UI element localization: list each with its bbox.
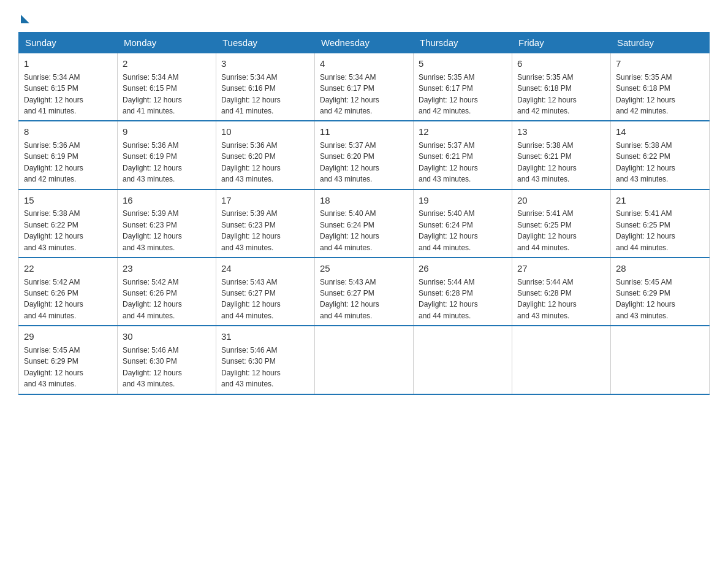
day-number: 11 (320, 125, 408, 139)
calendar-cell: 16Sunrise: 5:39 AMSunset: 6:23 PMDayligh… (118, 190, 216, 258)
calendar-cell: 23Sunrise: 5:42 AMSunset: 6:26 PMDayligh… (118, 258, 216, 326)
weekday-header-sunday: Sunday (19, 33, 118, 53)
day-info: Sunrise: 5:35 AMSunset: 6:18 PMDaylight:… (517, 73, 577, 115)
calendar-cell: 6Sunrise: 5:35 AMSunset: 6:18 PMDaylight… (512, 53, 611, 121)
day-number: 17 (221, 194, 309, 207)
day-info: Sunrise: 5:40 AMSunset: 6:24 PMDaylight:… (320, 209, 379, 251)
page-header (18, 12, 710, 20)
calendar-cell: 5Sunrise: 5:35 AMSunset: 6:17 PMDaylight… (414, 53, 512, 121)
day-info: Sunrise: 5:43 AMSunset: 6:27 PMDaylight:… (221, 278, 281, 320)
day-info: Sunrise: 5:38 AMSunset: 6:21 PMDaylight:… (517, 141, 577, 183)
day-info: Sunrise: 5:34 AMSunset: 6:15 PMDaylight:… (24, 73, 83, 115)
day-info: Sunrise: 5:39 AMSunset: 6:23 PMDaylight:… (221, 209, 281, 251)
calendar-cell: 14Sunrise: 5:38 AMSunset: 6:22 PMDayligh… (611, 121, 710, 189)
weekday-header-tuesday: Tuesday (216, 33, 315, 53)
calendar-cell (611, 326, 710, 394)
day-info: Sunrise: 5:34 AMSunset: 6:16 PMDaylight:… (221, 73, 281, 115)
day-info: Sunrise: 5:46 AMSunset: 6:30 PMDaylight:… (221, 346, 281, 388)
calendar-cell: 8Sunrise: 5:36 AMSunset: 6:19 PMDaylight… (19, 121, 118, 189)
day-number: 5 (419, 57, 507, 71)
calendar-week-row: 8Sunrise: 5:36 AMSunset: 6:19 PMDaylight… (19, 121, 710, 189)
calendar-week-row: 15Sunrise: 5:38 AMSunset: 6:22 PMDayligh… (19, 190, 710, 258)
day-number: 26 (419, 262, 507, 275)
day-number: 30 (123, 330, 211, 343)
calendar-cell: 19Sunrise: 5:40 AMSunset: 6:24 PMDayligh… (414, 190, 512, 258)
calendar-cell: 4Sunrise: 5:34 AMSunset: 6:17 PMDaylight… (315, 53, 414, 121)
day-number: 24 (221, 262, 309, 275)
calendar-cell: 3Sunrise: 5:34 AMSunset: 6:16 PMDaylight… (216, 53, 315, 121)
day-info: Sunrise: 5:44 AMSunset: 6:28 PMDaylight:… (517, 278, 577, 320)
day-info: Sunrise: 5:37 AMSunset: 6:21 PMDaylight:… (419, 141, 478, 183)
day-info: Sunrise: 5:35 AMSunset: 6:17 PMDaylight:… (419, 73, 478, 115)
day-number: 18 (320, 194, 408, 207)
weekday-header-saturday: Saturday (611, 33, 710, 53)
day-info: Sunrise: 5:34 AMSunset: 6:15 PMDaylight:… (123, 73, 182, 115)
calendar-week-row: 1Sunrise: 5:34 AMSunset: 6:15 PMDaylight… (19, 53, 710, 121)
calendar-week-row: 29Sunrise: 5:45 AMSunset: 6:29 PMDayligh… (19, 326, 710, 394)
day-number: 23 (123, 262, 211, 275)
calendar-cell: 28Sunrise: 5:45 AMSunset: 6:29 PMDayligh… (611, 258, 710, 326)
calendar-table: SundayMondayTuesdayWednesdayThursdayFrid… (18, 32, 710, 395)
day-number: 1 (24, 57, 112, 71)
day-number: 27 (517, 262, 605, 275)
calendar-cell (315, 326, 414, 394)
day-number: 19 (419, 194, 507, 207)
day-number: 3 (221, 57, 309, 71)
calendar-cell: 29Sunrise: 5:45 AMSunset: 6:29 PMDayligh… (19, 326, 118, 394)
calendar-cell: 24Sunrise: 5:43 AMSunset: 6:27 PMDayligh… (216, 258, 315, 326)
day-info: Sunrise: 5:46 AMSunset: 6:30 PMDaylight:… (123, 346, 182, 388)
calendar-cell: 21Sunrise: 5:41 AMSunset: 6:25 PMDayligh… (611, 190, 710, 258)
calendar-cell: 13Sunrise: 5:38 AMSunset: 6:21 PMDayligh… (512, 121, 611, 189)
calendar-cell (512, 326, 611, 394)
day-number: 14 (616, 125, 704, 139)
day-number: 13 (517, 125, 605, 139)
day-number: 6 (517, 57, 605, 71)
day-info: Sunrise: 5:34 AMSunset: 6:17 PMDaylight:… (320, 73, 379, 115)
calendar-cell (414, 326, 512, 394)
day-info: Sunrise: 5:36 AMSunset: 6:19 PMDaylight:… (123, 141, 182, 183)
day-number: 4 (320, 57, 408, 71)
day-info: Sunrise: 5:45 AMSunset: 6:29 PMDaylight:… (24, 346, 83, 388)
day-info: Sunrise: 5:38 AMSunset: 6:22 PMDaylight:… (24, 209, 83, 251)
day-info: Sunrise: 5:41 AMSunset: 6:25 PMDaylight:… (616, 209, 675, 251)
day-number: 29 (24, 330, 112, 343)
day-info: Sunrise: 5:44 AMSunset: 6:28 PMDaylight:… (419, 278, 478, 320)
calendar-cell: 9Sunrise: 5:36 AMSunset: 6:19 PMDaylight… (118, 121, 216, 189)
day-info: Sunrise: 5:41 AMSunset: 6:25 PMDaylight:… (517, 209, 577, 251)
weekday-header-monday: Monday (118, 33, 216, 53)
day-info: Sunrise: 5:43 AMSunset: 6:27 PMDaylight:… (320, 278, 379, 320)
day-info: Sunrise: 5:36 AMSunset: 6:19 PMDaylight:… (24, 141, 83, 183)
calendar-cell: 31Sunrise: 5:46 AMSunset: 6:30 PMDayligh… (216, 326, 315, 394)
calendar-cell: 15Sunrise: 5:38 AMSunset: 6:22 PMDayligh… (19, 190, 118, 258)
calendar-week-row: 22Sunrise: 5:42 AMSunset: 6:26 PMDayligh… (19, 258, 710, 326)
day-number: 31 (221, 330, 309, 343)
day-info: Sunrise: 5:35 AMSunset: 6:18 PMDaylight:… (616, 73, 675, 115)
calendar-cell: 20Sunrise: 5:41 AMSunset: 6:25 PMDayligh… (512, 190, 611, 258)
day-number: 28 (616, 262, 704, 275)
weekday-header-wednesday: Wednesday (315, 33, 414, 53)
day-number: 2 (123, 57, 211, 71)
calendar-cell: 18Sunrise: 5:40 AMSunset: 6:24 PMDayligh… (315, 190, 414, 258)
day-number: 21 (616, 194, 704, 207)
calendar-cell: 1Sunrise: 5:34 AMSunset: 6:15 PMDaylight… (19, 53, 118, 121)
calendar-cell: 7Sunrise: 5:35 AMSunset: 6:18 PMDaylight… (611, 53, 710, 121)
day-info: Sunrise: 5:36 AMSunset: 6:20 PMDaylight:… (221, 141, 281, 183)
day-number: 10 (221, 125, 309, 139)
calendar-cell: 17Sunrise: 5:39 AMSunset: 6:23 PMDayligh… (216, 190, 315, 258)
day-number: 12 (419, 125, 507, 139)
day-info: Sunrise: 5:42 AMSunset: 6:26 PMDaylight:… (24, 278, 83, 320)
calendar-cell: 11Sunrise: 5:37 AMSunset: 6:20 PMDayligh… (315, 121, 414, 189)
day-info: Sunrise: 5:45 AMSunset: 6:29 PMDaylight:… (616, 278, 675, 320)
weekday-header-thursday: Thursday (414, 33, 512, 53)
day-info: Sunrise: 5:42 AMSunset: 6:26 PMDaylight:… (123, 278, 182, 320)
logo-triangle-icon (21, 15, 29, 23)
calendar-cell: 22Sunrise: 5:42 AMSunset: 6:26 PMDayligh… (19, 258, 118, 326)
calendar-cell: 27Sunrise: 5:44 AMSunset: 6:28 PMDayligh… (512, 258, 611, 326)
calendar-cell: 12Sunrise: 5:37 AMSunset: 6:21 PMDayligh… (414, 121, 512, 189)
day-info: Sunrise: 5:40 AMSunset: 6:24 PMDaylight:… (419, 209, 478, 251)
calendar-cell: 26Sunrise: 5:44 AMSunset: 6:28 PMDayligh… (414, 258, 512, 326)
day-info: Sunrise: 5:37 AMSunset: 6:20 PMDaylight:… (320, 141, 379, 183)
logo (18, 12, 29, 20)
day-number: 25 (320, 262, 408, 275)
calendar-cell: 10Sunrise: 5:36 AMSunset: 6:20 PMDayligh… (216, 121, 315, 189)
